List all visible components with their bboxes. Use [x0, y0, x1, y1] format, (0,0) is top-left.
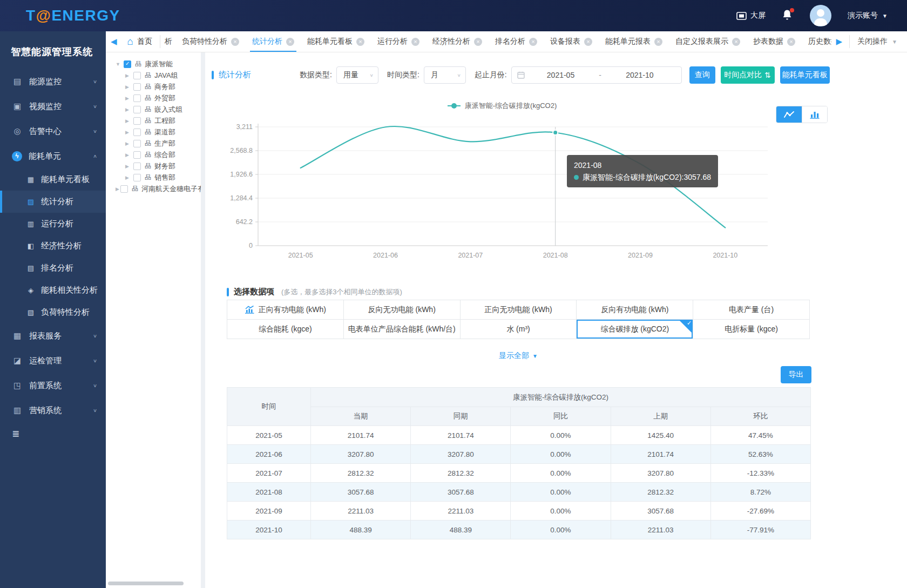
tree-node[interactable]: ▼品康派智能 [106, 58, 201, 70]
tree-expand-icon[interactable]: ▶ [125, 107, 132, 112]
data-item-option[interactable]: 水 (m³) [461, 320, 577, 339]
tree-checkbox[interactable] [133, 163, 141, 170]
line-chart[interactable]: 0642.21,284.41,926.62,568.83,2112021-052… [227, 120, 821, 266]
export-button[interactable]: 导出 [781, 366, 811, 383]
tree-node[interactable]: ▶品河南航天金穗电子有 [106, 183, 201, 194]
tree-expand-icon[interactable]: ▶ [125, 141, 132, 146]
tab-自定义报表展示[interactable]: 自定义报表展示× [669, 31, 747, 52]
tree-node[interactable]: ▶品销售部 [106, 172, 201, 183]
tab-close-icon[interactable]: × [654, 38, 662, 46]
tree-node[interactable]: ▶品商务部 [106, 81, 201, 92]
tree-expand-icon[interactable]: ▶ [125, 73, 132, 78]
tab-设备报表[interactable]: 设备报表× [544, 31, 599, 52]
month-range-input[interactable]: 2021-05 - 2021-10 [511, 66, 682, 84]
legend-item[interactable]: 康派智能-综合碳排放(kgCO2) [448, 101, 557, 111]
tab-排名分析[interactable]: 排名分析× [489, 31, 544, 52]
sidebar-item-unit-kanban[interactable]: ▦能耗单元看板 [0, 168, 106, 191]
tree-checkbox[interactable] [133, 117, 141, 125]
tree-checkbox[interactable] [133, 151, 141, 159]
tree-expand-icon[interactable]: ▶ [125, 130, 132, 135]
tree-expand-icon[interactable]: ▶ [116, 186, 119, 192]
tab-统计分析[interactable]: 统计分析× [246, 31, 301, 52]
tree-node[interactable]: ▶品综合部 [106, 149, 201, 160]
tab-close-icon[interactable]: × [529, 38, 537, 46]
tree-checkbox[interactable] [133, 83, 141, 91]
sidebar-item-ranking-analysis[interactable]: ▤排名分析 [0, 257, 106, 279]
tab-负荷特性分析[interactable]: 负荷特性分析× [175, 31, 246, 52]
tree-expand-icon[interactable]: ▶ [125, 118, 132, 124]
tabs-scroll-right-icon[interactable]: ▶ [831, 37, 848, 46]
data-type-select[interactable]: 用量 ∨ [336, 66, 378, 84]
horizontal-scrollbar[interactable] [108, 582, 184, 585]
sidebar-item-energy-unit[interactable]: ϟ能耗单元∧ [0, 144, 106, 168]
show-all-button[interactable]: 显示全部 ▼ [499, 351, 538, 361]
data-item-option[interactable]: 正向有功电能 (kWh) [227, 300, 344, 320]
sidebar-item-economy-analysis[interactable]: ◧经济性分析 [0, 235, 106, 257]
sidebar-item-energy-monitor[interactable]: ▤能源监控∨ [0, 69, 106, 94]
tab-经济性分析[interactable]: 经济性分析× [426, 31, 489, 52]
tree-collapse-icon[interactable]: ▼ [116, 62, 123, 67]
sidebar-item-marketing[interactable]: ▥营销系统∨ [0, 398, 106, 423]
sidebar-item-correlation-analysis[interactable]: ◈能耗相关性分析 [0, 279, 106, 301]
sidebar-item-video-monitor[interactable]: ▣视频监控∨ [0, 94, 106, 119]
tree-node[interactable]: ▶品工程部 [106, 115, 201, 126]
tab-close-icon[interactable]: × [411, 38, 419, 46]
sidebar-item-operation-analysis[interactable]: ▥运行分析 [0, 213, 106, 235]
sidebar-item-front-system[interactable]: ◳前置系统∨ [0, 373, 106, 398]
data-item-option[interactable]: 反向无功电能 (kWh) [344, 300, 461, 320]
time-type-select[interactable]: 月 ∨ [424, 66, 466, 84]
tree-node[interactable]: ▶品JAVA组 [106, 70, 201, 81]
close-operations-dropdown[interactable]: 关闭操作 ▼ [852, 37, 907, 46]
tree-expand-icon[interactable]: ▶ [125, 152, 132, 158]
tree-node[interactable]: ▶品生产部 [106, 138, 201, 149]
tree-node[interactable]: ▶品渠道部 [106, 126, 201, 138]
sidebar-item-load-analysis[interactable]: ▧负荷特性分析 [0, 301, 106, 323]
tree-node[interactable]: ▶品财务部 [106, 160, 201, 172]
tree-checkbox[interactable] [124, 60, 131, 68]
query-button[interactable]: 查询 [689, 66, 715, 84]
tab-close-icon[interactable]: × [732, 38, 740, 46]
tree-checkbox[interactable] [133, 94, 141, 102]
tree-checkbox[interactable] [120, 185, 128, 193]
tab-析[interactable]: 析× [163, 31, 175, 52]
time-compare-button[interactable]: 时间点对比⇅ [721, 66, 775, 84]
data-item-option[interactable]: 电表产量 (台) [693, 300, 810, 320]
tree-node[interactable]: ▶品外贸部 [106, 92, 201, 104]
tab-历史数据[interactable]: 历史数据× [802, 31, 831, 52]
sidebar-item-report-service[interactable]: ▦报表服务∨ [0, 323, 106, 348]
tree-expand-icon[interactable]: ▶ [125, 96, 132, 101]
tab-close-icon[interactable]: × [584, 38, 592, 46]
collapse-sidebar-button[interactable]: ≣ [0, 423, 106, 444]
data-item-option[interactable]: 反向有功电能 (kWh) [577, 300, 693, 320]
avatar[interactable] [810, 5, 831, 26]
tab-close-icon[interactable]: × [787, 38, 795, 46]
tab-close-icon[interactable]: × [286, 38, 294, 46]
data-item-option[interactable]: 综合碳排放 (kgCO2)✓ [577, 320, 693, 339]
tab-close-icon[interactable]: × [356, 38, 364, 46]
sidebar-item-stats-analysis[interactable]: ▨统计分析 [0, 191, 106, 213]
data-item-option[interactable]: 正向无功电能 (kWh) [461, 300, 577, 320]
tab-能耗单元看板[interactable]: 能耗单元看板× [301, 31, 371, 52]
tree-expand-icon[interactable]: ▶ [125, 84, 132, 90]
tree-checkbox[interactable] [133, 106, 141, 113]
data-item-option[interactable]: 电表单位产品综合能耗 (kWh/台) [344, 320, 461, 339]
tree-expand-icon[interactable]: ▶ [125, 164, 132, 169]
tab-抄表数据[interactable]: 抄表数据× [747, 31, 802, 52]
big-screen-button[interactable]: 大屏 [736, 11, 766, 21]
sidebar-item-inspection[interactable]: ◪运检管理∨ [0, 348, 106, 373]
data-item-option[interactable]: 电折标量 (kgce) [693, 320, 810, 339]
tab-home[interactable]: ⌂ 首页 [122, 31, 158, 52]
tree-node[interactable]: ▶品嵌入式组 [106, 104, 201, 115]
sidebar-item-alarm-center[interactable]: ◎告警中心∨ [0, 119, 106, 144]
tab-运行分析[interactable]: 运行分析× [371, 31, 426, 52]
tree-expand-icon[interactable]: ▶ [125, 175, 132, 180]
unit-kanban-button[interactable]: 能耗单元看板 [780, 66, 830, 84]
tab-close-icon[interactable]: × [474, 38, 482, 46]
tabs-scroll-left-icon[interactable]: ◀ [106, 37, 122, 46]
tab-能耗单元报表[interactable]: 能耗单元报表× [599, 31, 669, 52]
tree-checkbox[interactable] [133, 72, 141, 79]
tab-close-icon[interactable]: × [231, 38, 239, 46]
data-item-option[interactable]: 综合能耗 (kgce) [227, 320, 344, 339]
notification-bell-button[interactable] [782, 9, 794, 22]
account-menu[interactable]: 演示账号 ▼ [848, 11, 888, 21]
